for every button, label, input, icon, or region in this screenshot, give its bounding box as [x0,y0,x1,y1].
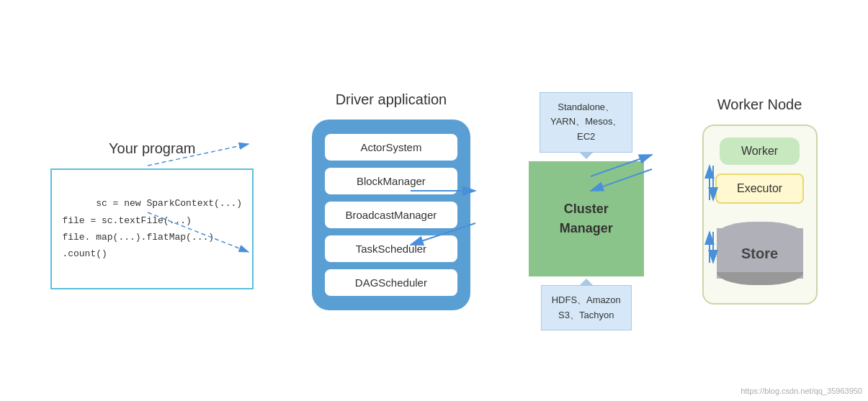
executor-label: Executor [737,182,782,194]
store-body: Store [717,228,803,279]
watermark: https://blog.csdn.net/qq_35963950 [741,387,862,395]
driver-item-broadcastmanager: BroadcastManager [325,202,457,228]
driver-item-actorsystem: ActorSystem [325,134,457,161]
driver-container: ActorSystem BlockManager BroadcastManage… [312,120,470,310]
driver-application-section: Driver application ActorSystem BlockMana… [312,91,470,310]
worker-label: Worker [741,145,778,157]
driver-item-dagscheduler: DAGScheduler [325,269,457,296]
callout-bottom: HDFS、AmazonS3、Tachyon [541,285,632,331]
store-label: Store [741,245,778,262]
driver-item-taskscheduler: TaskScheduler [325,235,457,262]
your-program-title: Your program [109,140,195,157]
callout-top: Standalone、YARN、Mesos、EC2 [540,92,632,153]
cluster-manager-section: Standalone、YARN、Mesos、EC2 ClusterManager… [529,92,644,331]
worker-node-container: Worker Executor Store [702,125,818,305]
executor-box: Executor [715,174,804,204]
worker-node-section: Worker Node Worker Executor Store [702,96,818,305]
driver-item-blockmanager: BlockManager [325,168,457,194]
your-program-code: sc = new SparkContext(...) file = sc.tex… [50,168,254,289]
your-program-section: Your program sc = new SparkContext(...) … [50,140,254,289]
cluster-manager-box: ClusterManager [529,161,644,276]
store-cylinder: Store [717,215,803,292]
store-bottom-ellipse [717,272,803,285]
worker-node-title: Worker Node [717,96,802,113]
driver-application-title: Driver application [336,91,447,108]
diagram-container: Your program sc = new SparkContext(...) … [0,0,868,401]
code-text: sc = new SparkContext(...) file = sc.tex… [62,198,242,259]
worker-box: Worker [720,138,800,165]
